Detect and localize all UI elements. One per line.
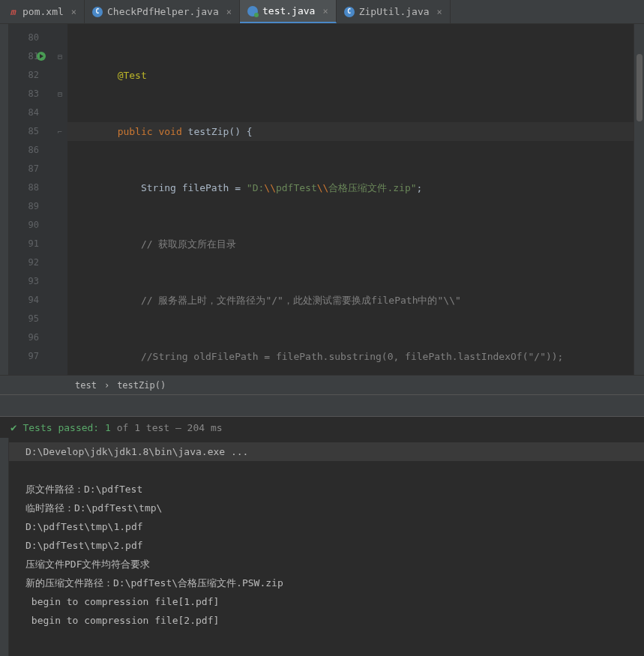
close-icon[interactable]: × xyxy=(71,7,76,17)
java-class-icon: C xyxy=(92,7,103,17)
line-number[interactable]: 86 xyxy=(9,141,52,160)
console-line: D:\Develop\jdk\jdk1.8\bin\java.exe ... xyxy=(9,442,644,461)
tab-label: ZipUtil.java xyxy=(359,6,430,17)
line-number[interactable]: 91 xyxy=(9,235,52,253)
console-line: 新的压缩文件路径：D:\pdfTest\合格压缩文件.PSW.zip xyxy=(9,574,644,592)
console-line: 原文件路径：D:\pdfTest xyxy=(9,480,644,499)
line-number[interactable]: 90 xyxy=(9,216,52,235)
tab-checkpdfhelper[interactable]: C CheckPdfHelper.java × xyxy=(85,0,240,23)
chevron-right-icon: › xyxy=(104,380,109,391)
console-left-margin xyxy=(0,438,9,656)
vertical-scrollbar[interactable] xyxy=(634,24,644,375)
tab-pom-xml[interactable]: m pom.xml × xyxy=(0,0,85,23)
tab-label: CheckPdfHelper.java xyxy=(107,6,219,17)
tab-label: pom.xml xyxy=(22,6,64,17)
breadcrumb-class[interactable]: test xyxy=(75,380,97,391)
code-text-area[interactable]: @Test public void testZip() { String fil… xyxy=(67,24,634,375)
check-icon: ✔ xyxy=(10,421,16,433)
line-number[interactable]: 87 xyxy=(9,160,52,178)
fold-end-icon[interactable]: ⌐ xyxy=(52,122,67,141)
breadcrumb: test › testZip() xyxy=(0,375,644,394)
fold-handle-icon[interactable]: ⊟ xyxy=(52,85,67,103)
left-margin xyxy=(0,24,9,375)
test-status-bar: ✔ Tests passed: 1 of 1 test – 204 ms xyxy=(0,417,644,438)
tab-label: test.java xyxy=(262,5,315,16)
line-number-gutter: 80 81 82 83 84 85 86 87 88 89 90 91 92 9… xyxy=(9,24,52,375)
console-panel: D:\Develop\jdk\jdk1.8\bin\java.exe ... 原… xyxy=(0,438,644,656)
maven-icon: m xyxy=(7,7,18,17)
console-line: begin to compression file[2.pdf] xyxy=(9,611,644,630)
tab-ziputil[interactable]: C ZipUtil.java × xyxy=(337,0,451,23)
scroll-thumb[interactable] xyxy=(637,54,643,121)
close-icon[interactable]: × xyxy=(437,7,442,17)
line-number[interactable]: 92 xyxy=(9,253,52,272)
fold-gutter: ⊟ ⊟ ⌐ xyxy=(52,24,67,375)
line-number[interactable]: 94 xyxy=(9,291,52,310)
console-line: 临时路径：D:\pdfTest\tmp\ xyxy=(9,499,644,517)
panel-divider[interactable] xyxy=(0,394,644,417)
code-editor: 80 81 82 83 84 85 86 87 88 89 90 91 92 9… xyxy=(0,24,644,375)
line-number[interactable]: 89 xyxy=(9,197,52,216)
line-number[interactable]: 93 xyxy=(9,272,52,291)
tests-passed-label: Tests passed: 1 xyxy=(22,422,110,433)
close-icon[interactable]: × xyxy=(226,7,232,17)
console-output[interactable]: D:\Develop\jdk\jdk1.8\bin\java.exe ... 原… xyxy=(9,438,644,656)
console-line: 压缩文件PDF文件均符合要求 xyxy=(9,555,644,574)
line-number[interactable]: 96 xyxy=(9,328,52,347)
console-line: D:\pdfTest\tmp\1.pdf xyxy=(9,517,644,536)
editor-tabs: m pom.xml × C CheckPdfHelper.java × test… xyxy=(0,0,644,24)
line-number[interactable]: 84 xyxy=(9,103,52,122)
console-line: begin to compression file[1.pdf] xyxy=(9,592,644,611)
line-number[interactable]: 80 xyxy=(9,28,52,47)
tests-summary: of 1 test – 204 ms xyxy=(111,422,223,433)
console-line: D:\pdfTest\tmp\2.pdf xyxy=(9,536,644,555)
fold-handle-icon[interactable]: ⊟ xyxy=(52,47,67,66)
java-class-icon: C xyxy=(344,7,355,17)
line-number[interactable]: 88 xyxy=(9,178,52,197)
line-number[interactable]: 95 xyxy=(9,310,52,328)
run-test-icon[interactable] xyxy=(36,51,46,61)
tab-test-java[interactable]: test.java × xyxy=(240,0,337,23)
close-icon[interactable]: × xyxy=(322,6,328,16)
line-number[interactable]: 97 xyxy=(9,347,52,366)
line-number[interactable]: 83 xyxy=(9,85,52,103)
line-number[interactable]: 81 xyxy=(9,47,52,66)
line-number[interactable]: 85 xyxy=(9,122,52,141)
java-runnable-icon xyxy=(247,6,258,16)
breadcrumb-method[interactable]: testZip() xyxy=(117,380,166,391)
line-number[interactable]: 82 xyxy=(9,66,52,85)
